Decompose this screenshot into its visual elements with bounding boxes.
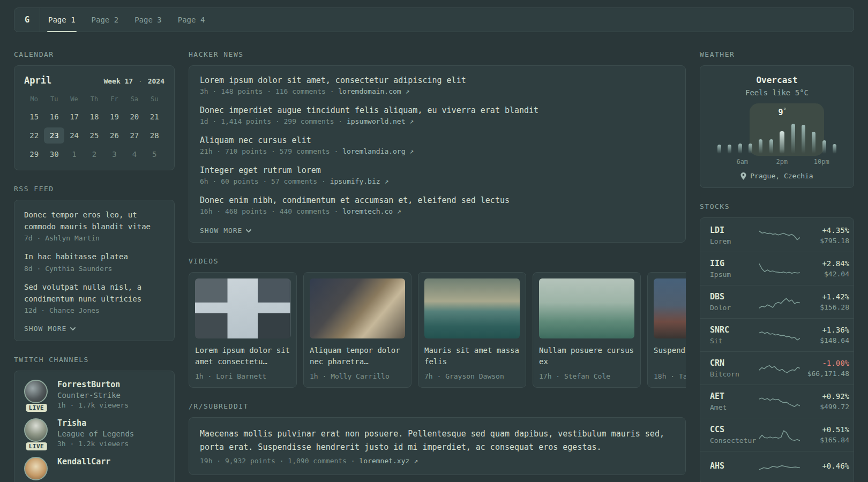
calendar-day: 28 bbox=[145, 127, 164, 144]
channel-name[interactable]: Trisha bbox=[57, 418, 134, 428]
hn-item-title[interactable]: Donec imperdiet augue tincidunt felis al… bbox=[200, 106, 675, 115]
stock-ticker[interactable]: AHS bbox=[710, 461, 759, 471]
stock-row: DBSDolor +1.42%$156.28 bbox=[700, 285, 854, 318]
video-title[interactable]: Lorem ipsum dolor sit amet consectetu… bbox=[195, 345, 290, 368]
hacker-news-section-title: HACKER NEWS bbox=[189, 50, 686, 58]
calendar-week-year: Week 17 · 2024 bbox=[103, 77, 164, 85]
calendar-day-selected: 23 bbox=[44, 127, 64, 144]
stock-ticker[interactable]: DBS bbox=[710, 292, 759, 302]
live-badge: LIVE bbox=[26, 442, 47, 450]
calendar-day: 15 bbox=[24, 109, 44, 125]
tab-page-3[interactable]: Page 3 bbox=[126, 8, 170, 32]
weather-location[interactable]: Prague, Czechia bbox=[709, 172, 845, 180]
hn-show-more-button[interactable]: SHOW MORE bbox=[200, 227, 251, 235]
video-card[interactable]: Suspendisse diam 18h · Tara bbox=[647, 272, 686, 388]
rss-item-title[interactable]: In hac habitasse platea bbox=[24, 251, 164, 263]
calendar-day: 2 bbox=[84, 146, 104, 162]
video-card[interactable]: Mauris sit amet massa felis 7h · Grayson… bbox=[418, 272, 526, 388]
reddit-domain-link[interactable]: loremnet.xyz ↗ bbox=[359, 457, 418, 465]
rss-item: Sed volutpat nulla nisl, a condimentum n… bbox=[24, 282, 164, 314]
stock-name: Dolor bbox=[710, 304, 759, 312]
stock-sparkline bbox=[759, 359, 800, 378]
reddit-post-title[interactable]: Maecenas mollis pulvinar erat non posuer… bbox=[200, 427, 675, 454]
stock-price: $156.28 bbox=[800, 303, 849, 311]
stock-ticker[interactable]: CCS bbox=[710, 425, 759, 434]
reddit-widget: Maecenas mollis pulvinar erat non posuer… bbox=[189, 417, 686, 475]
stock-ticker[interactable]: AET bbox=[710, 391, 759, 401]
stock-price: $499.72 bbox=[800, 403, 849, 411]
hn-item-title[interactable]: Lorem ipsum dolor sit amet, consectetur … bbox=[200, 76, 675, 85]
stock-ticker[interactable]: LDI bbox=[710, 225, 759, 235]
calendar-day: 20 bbox=[124, 109, 144, 125]
rss-item-title[interactable]: Donec tempor eros leo, ut commodo mauris… bbox=[24, 209, 164, 232]
avatar bbox=[24, 457, 48, 480]
stock-price: $795.18 bbox=[800, 237, 849, 245]
stock-ticker[interactable]: CRN bbox=[710, 358, 759, 368]
weather-location-label: Prague, Czechia bbox=[750, 172, 813, 180]
twitch-channel[interactable]: LIVE Trisha League of Legends 3h · 1.2k … bbox=[24, 418, 164, 448]
middle-column: HACKER NEWS Lorem ipsum dolor sit amet, … bbox=[189, 50, 686, 482]
video-title[interactable]: Mauris sit amet massa felis bbox=[424, 345, 520, 368]
hn-item: Donec imperdiet augue tincidunt felis al… bbox=[200, 106, 675, 125]
video-thumbnail[interactable] bbox=[195, 278, 290, 338]
hn-domain-link[interactable]: ipsumify.biz ↗ bbox=[330, 177, 389, 185]
app-logo[interactable]: G bbox=[14, 8, 40, 32]
calendar-year: 2024 bbox=[148, 77, 164, 85]
channel-name[interactable]: KendallCarr bbox=[57, 457, 110, 466]
rss-item-meta: 7d · Ashlyn Martin bbox=[24, 234, 164, 242]
video-title[interactable]: Suspendisse diam bbox=[654, 345, 686, 368]
video-meta: 18h · Tara bbox=[654, 372, 686, 380]
stock-ticker[interactable]: SNRC bbox=[710, 325, 759, 335]
calendar-day: 21 bbox=[145, 109, 164, 125]
hn-item-title[interactable]: Aliquam nec cursus elit bbox=[200, 135, 675, 145]
hn-item-meta: 6h · 60 points · 57 comments · ipsumify.… bbox=[200, 177, 675, 185]
stock-price: $148.64 bbox=[800, 336, 849, 344]
page-tabs: Page 1 Page 2 Page 3 Page 4 bbox=[40, 8, 213, 32]
twitch-section-title: TWITCH CHANNELS bbox=[14, 356, 175, 364]
video-card[interactable]: Lorem ipsum dolor sit amet consectetu… 1… bbox=[189, 272, 297, 388]
calendar-day: 27 bbox=[124, 127, 144, 144]
video-title[interactable]: Aliquam tempor dolor nec pharetra… bbox=[310, 345, 405, 368]
stock-sparkline bbox=[759, 393, 800, 411]
tab-page-2[interactable]: Page 2 bbox=[84, 8, 127, 32]
video-thumbnail[interactable] bbox=[654, 278, 686, 338]
hn-item-title[interactable]: Donec enim nibh, condimentum et accumsan… bbox=[200, 195, 675, 205]
twitch-channel[interactable]: KendallCarr bbox=[24, 457, 164, 480]
tab-page-1[interactable]: Page 1 bbox=[40, 8, 84, 32]
weather-bar bbox=[833, 144, 836, 154]
stock-sparkline bbox=[759, 293, 800, 311]
temperature-label: 9° bbox=[778, 107, 787, 117]
external-link-icon: ↗ bbox=[409, 147, 414, 155]
weather-widget: Overcast Feels like 5°C 9° 6am2pm10pm Pr… bbox=[700, 65, 854, 188]
video-thumbnail[interactable] bbox=[424, 278, 520, 338]
hn-domain-link[interactable]: loremlandia.org ↗ bbox=[342, 147, 414, 155]
hn-meta-text: 21h · 710 points · 579 comments · bbox=[200, 147, 342, 155]
tab-page-4[interactable]: Page 4 bbox=[170, 8, 213, 32]
rss-item-meta: 12d · Chance Jones bbox=[24, 306, 164, 314]
rss-item-title[interactable]: Sed volutpat nulla nisl, a condimentum n… bbox=[24, 282, 164, 305]
calendar-widget: April Week 17 · 2024 MoTuWeThFrSaSu15161… bbox=[14, 65, 175, 170]
hn-domain-link[interactable]: loremtech.co ↗ bbox=[342, 207, 401, 215]
video-card[interactable]: Aliquam tempor dolor nec pharetra… 1h · … bbox=[303, 272, 411, 388]
video-card[interactable]: Nullam posuere cursus ex 17h · Stefan Co… bbox=[533, 272, 641, 388]
reddit-meta-text: 19h · 9,932 points · 1,090 comments · bbox=[200, 457, 359, 465]
hn-item-title[interactable]: Integer eget rutrum lorem bbox=[200, 165, 675, 175]
video-thumbnail[interactable] bbox=[539, 278, 634, 338]
channel-name[interactable]: ForrestBurton bbox=[57, 380, 129, 389]
hn-item: Lorem ipsum dolor sit amet, consectetur … bbox=[200, 76, 675, 95]
twitch-channel[interactable]: LIVE ForrestBurton Counter-Strike 1h · 1… bbox=[24, 380, 164, 409]
hn-domain: ipsumify.biz bbox=[330, 177, 380, 185]
reddit-section-title: /R/SUBREDDIT bbox=[189, 402, 686, 410]
hn-domain-link[interactable]: ipsumworld.net ↗ bbox=[347, 117, 414, 125]
rss-section-title: RSS FEED bbox=[14, 185, 175, 193]
hn-meta-text: 16h · 468 points · 440 comments · bbox=[200, 207, 342, 215]
hn-domain: loremlandia.org bbox=[342, 147, 405, 155]
video-title[interactable]: Nullam posuere cursus ex bbox=[539, 345, 634, 368]
channel-meta: 3h · 1.2k viewers bbox=[57, 440, 134, 448]
video-thumbnail[interactable] bbox=[310, 278, 405, 338]
rss-show-more-button[interactable]: SHOW MORE bbox=[24, 325, 76, 333]
stock-change: -1.00% bbox=[800, 359, 849, 367]
weather-bar bbox=[802, 125, 805, 154]
hn-domain-link[interactable]: loremdomain.com ↗ bbox=[338, 87, 409, 95]
stock-ticker[interactable]: IIG bbox=[710, 259, 759, 268]
